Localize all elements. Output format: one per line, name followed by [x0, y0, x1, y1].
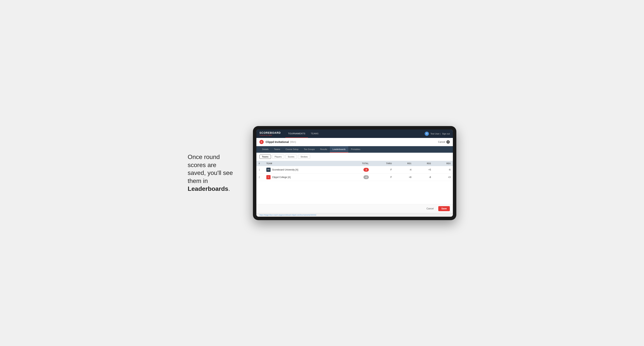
page-wrapper: Once round scores are saved, you'll see …: [188, 126, 456, 220]
filter-teams[interactable]: Teams: [260, 155, 271, 159]
col-rank: #: [256, 161, 264, 166]
cell-total: +3: [346, 173, 371, 181]
tournament-cancel-button[interactable]: Cancel ✕: [438, 140, 450, 144]
sub-navigation: Details Teams Course Setup Tee Groups Re…: [256, 146, 453, 153]
col-team: TEAM: [264, 161, 346, 166]
cell-team-name: SU Scoreboard University [A]: [264, 166, 346, 173]
cancel-x-icon: ✕: [446, 140, 450, 144]
cell-thru: F: [371, 166, 394, 173]
cell-team-name: C Clippd College [A]: [264, 173, 346, 181]
tournament-title: Clippd Invitational: [266, 141, 289, 144]
tournament-icon: C: [260, 140, 264, 144]
tab-results[interactable]: Results: [318, 146, 330, 153]
col-rd1: RD1: [394, 161, 414, 166]
col-total: TOTAL: [346, 161, 371, 166]
filter-players[interactable]: Players: [272, 155, 284, 159]
score-badge: -5: [364, 168, 369, 172]
tournament-subtitle: (Men): [290, 141, 296, 143]
table-row[interactable]: 1 SU Scoreboard University [A] -5 F -4 +…: [256, 166, 453, 173]
tab-tee-groups[interactable]: Tee Groups: [301, 146, 318, 153]
tab-course-setup[interactable]: Course Setup: [283, 146, 301, 153]
filter-scores[interactable]: Scores: [285, 155, 297, 159]
tab-details[interactable]: Details: [260, 146, 271, 153]
cell-thru: F: [371, 173, 394, 181]
cell-rd3: -6: [433, 166, 453, 173]
tablet-device: SCOREBOARD Powered by clippd TOURNAMENTS…: [253, 126, 456, 220]
desc-line4: them in: [188, 177, 208, 184]
left-description: Once round scores are saved, you'll see …: [188, 153, 242, 193]
col-rd2: RD2: [414, 161, 433, 166]
nav-tournaments[interactable]: TOURNAMENTS: [285, 130, 308, 138]
logo-text: SCOREBOARD: [260, 131, 281, 134]
col-rd3: RD3: [433, 161, 453, 166]
table-row[interactable]: 2 C Clippd College [A] +3 F +8 -8 +3: [256, 173, 453, 181]
user-name: Test User |: [430, 133, 440, 135]
footer-cancel-button[interactable]: Cancel: [424, 206, 436, 211]
cell-rd1: +8: [394, 173, 414, 181]
desc-line3: saved, you'll see: [188, 169, 233, 176]
leaderboard-table: # TEAM TOTAL THRU RD1 RD2 RD3 1 SU Score…: [256, 161, 453, 181]
tournament-header: C Clippd Invitational (Men) Cancel ✕: [256, 138, 453, 146]
main-nav-links: TOURNAMENTS TEAMS: [285, 130, 425, 138]
tab-printables[interactable]: Printables: [348, 146, 363, 153]
filter-bar: Teams Players Scores Strokes: [256, 153, 453, 161]
nav-teams[interactable]: TEAMS: [308, 130, 321, 138]
cell-rd3: +3: [433, 173, 453, 181]
filter-strokes[interactable]: Strokes: [298, 155, 310, 159]
desc-line2: scores are: [188, 162, 216, 169]
sign-out-link[interactable]: Sign out: [442, 133, 450, 135]
footer-bar: Cancel Save: [256, 204, 453, 213]
tab-teams[interactable]: Teams: [271, 146, 283, 153]
cell-rd1: -4: [394, 166, 414, 173]
team-logo: C: [266, 175, 270, 179]
cell-rank: 1: [256, 166, 264, 173]
table-header-row: # TEAM TOTAL THRU RD1 RD2 RD3: [256, 161, 453, 166]
tab-leaderboards[interactable]: Leaderboards: [330, 146, 348, 153]
team-name-text: Scoreboard University [A]: [272, 169, 298, 171]
desc-line5-bold: Leaderboards: [188, 185, 228, 192]
score-badge: +3: [364, 175, 369, 179]
nav-right-area: S Test User | Sign out: [425, 132, 450, 136]
top-navigation: SCOREBOARD Powered by clippd TOURNAMENTS…: [256, 130, 453, 138]
logo-powered: Powered by clippd: [260, 134, 281, 136]
logo-area: SCOREBOARD Powered by clippd: [260, 131, 281, 136]
col-thru: THRU: [371, 161, 394, 166]
desc-line1: Once round: [188, 154, 220, 160]
empty-space: [256, 181, 453, 204]
cell-rd2: -8: [414, 173, 433, 181]
tablet-screen: SCOREBOARD Powered by clippd TOURNAMENTS…: [256, 130, 453, 217]
cell-total: -5: [346, 166, 371, 173]
status-url: https://stage-blue-coach.stagescoreboard…: [256, 213, 453, 217]
user-avatar: S: [425, 132, 429, 136]
cell-rank: 2: [256, 173, 264, 181]
team-logo: SU: [266, 168, 270, 172]
cell-rd2: +5: [414, 166, 433, 173]
team-name-text: Clippd College [A]: [272, 176, 290, 178]
footer-save-button[interactable]: Save: [438, 206, 450, 211]
